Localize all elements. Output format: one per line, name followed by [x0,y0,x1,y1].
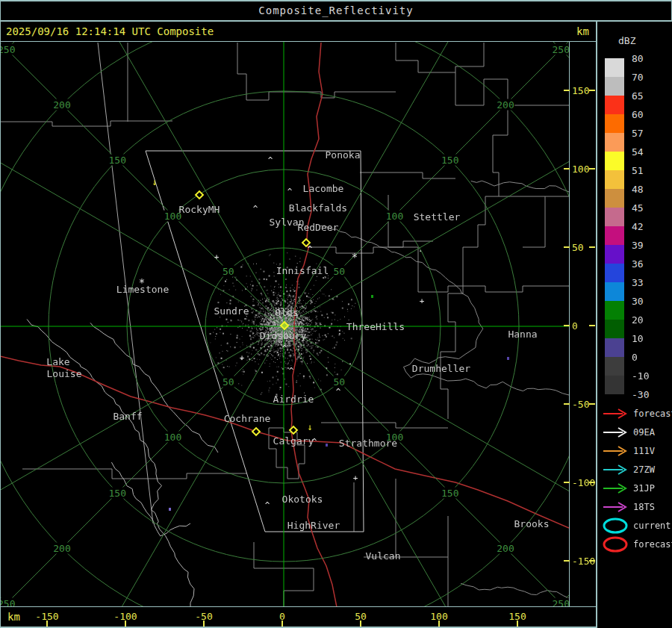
dbz-scale-panel: dBZ 807065605754514845423936333020100-10… [597,22,672,628]
dbz-scale-value: 39 [632,240,644,251]
city-label-calgary: Calgary [273,435,314,447]
dbz-scale-value: 36 [632,258,644,270]
right-axis-tick-label: -50 [572,399,589,410]
cell-dot-marker: · [418,246,423,256]
range-ring-label: 150 [108,487,127,498]
city-label-cochrane: Cochrane [224,413,271,424]
dbz-scale-value: -10 [632,370,649,382]
dbz-scale-value: 80 [632,53,644,64]
range-ring-label: 50 [222,376,235,388]
city-label-strathmore: Strathmore [339,438,397,449]
right-axis-tick-mark [589,325,595,326]
bottom-axis-tick-mark [46,621,48,627]
legend-item-label: forecast [633,408,672,419]
legend-item-111V: 111V [597,442,672,460]
precip-echo-pixel [326,444,328,447]
dbz-scale-value: 51 [632,165,644,176]
legend-arrow-icon [602,405,630,423]
forecast-motion-arrow: ↓ [152,177,157,187]
dbz-scale-value: 0 [632,352,638,363]
dbz-scale-value: 48 [632,184,644,195]
dbz-scale-block [605,133,624,152]
right-axis-tick-mark [589,90,595,91]
dbz-scale-value: 20 [632,314,644,326]
legend-item-label: 27ZW [633,464,655,475]
city-label-lake: Lake [46,356,69,367]
legend-arrow-icon [602,461,630,479]
city-label-stettler: Stettler [414,211,461,223]
dbz-scale-block [605,226,624,245]
legend-arrow-icon [602,423,630,441]
dbz-scale-value: 57 [632,128,644,139]
legend-ellipse-icon [602,535,630,553]
cell-plus-marker: + [214,252,220,262]
legend-item-forecast: forecast [597,405,672,423]
right-axis-tick-mark [589,482,595,483]
city-label-airdrie: Airdrie [273,394,314,405]
dbz-scale-block [605,357,624,376]
city-label-ponoka: Ponoka [326,149,361,161]
right-axis-tick-mark [564,403,570,405]
range-ring-label: 100 [385,210,404,221]
bottom-axis-unit-label: km [7,611,20,623]
cell-caret-marker: ^ [253,204,258,214]
city-label-sundre: Sundre [214,305,249,317]
range-ring-label: 100 [164,432,182,443]
cell-caret-marker: ^ [268,155,273,165]
range-ring-label: 250 [551,598,569,606]
bottom-axis-tick-mark [203,621,205,627]
dbz-scale-block [605,376,624,394]
range-ring-label: 150 [441,487,459,498]
dbz-scale-block [605,189,624,208]
dbz-scale-block [605,320,624,338]
city-label-louise: Louise [47,368,82,379]
dbz-scale-value: 65 [632,90,644,102]
forecast-motion-arrow: ↓ [307,422,312,432]
city-label-hanna: Hanna [508,329,537,340]
cell-caret-marker: ^ [312,437,317,447]
dbz-scale-block [605,208,624,226]
right-axis-tick-label: 150 [572,85,589,96]
dbz-scale-block [605,114,624,133]
legend-item-label: 18TS [633,502,655,512]
city-label-rockymh: RockyMH [179,204,220,215]
cell-asterisk-marker: * [139,276,145,288]
dbz-scale-value: 30 [632,296,644,307]
dbz-scale-value: 60 [632,109,644,120]
bottom-axis-tick-mark [125,621,126,627]
legend-item-label: 111V [633,446,655,456]
range-ring-label: 250 [1,43,16,55]
dbz-scale-block [605,301,624,320]
dbz-scale-block [605,170,624,189]
right-axis-unit-label: km [576,25,589,37]
radar-map-viewport[interactable]: 5050505010010010010015015015015020020020… [1,42,569,606]
range-ring-label: 50 [222,265,235,276]
right-axis-tick-label: 100 [572,164,589,175]
map-bottom-border [0,606,596,607]
dbz-scale-block [605,58,624,77]
dbz-scale-block [605,77,624,96]
bottom-axis-tick-mark [517,621,518,627]
city-label-banff: Banff [113,411,142,422]
city-label-innisfail: Innisfail [276,265,329,276]
cell-caret-marker: ^ [336,387,341,397]
cell-plus-marker: + [240,353,245,363]
precip-echo-pixel [169,508,171,511]
right-axis-tick-mark [589,168,595,170]
right-axis-tick-mark [564,246,570,248]
right-axis-tick-mark [564,325,570,326]
legend-item-label: 31JP [633,483,655,494]
cell-dot-marker: · [348,359,353,369]
scale-title: dBZ [618,35,635,46]
title-bar: Composite_Reflectivity [0,0,672,20]
city-label-olds: Olds [275,307,298,318]
dbz-scale-block [605,245,624,264]
dbz-scale-value: 45 [632,202,644,214]
dbz-scale-value: 10 [632,333,644,344]
legend-item-31JP: 31JP [597,479,672,497]
dbz-scale-block [605,96,624,114]
window-title: Composite_Reflectivity [0,4,672,16]
range-ring-label: 50 [332,376,346,388]
legend-item-09EA: 09EA [597,423,672,441]
right-axis-tick-mark [589,560,595,562]
